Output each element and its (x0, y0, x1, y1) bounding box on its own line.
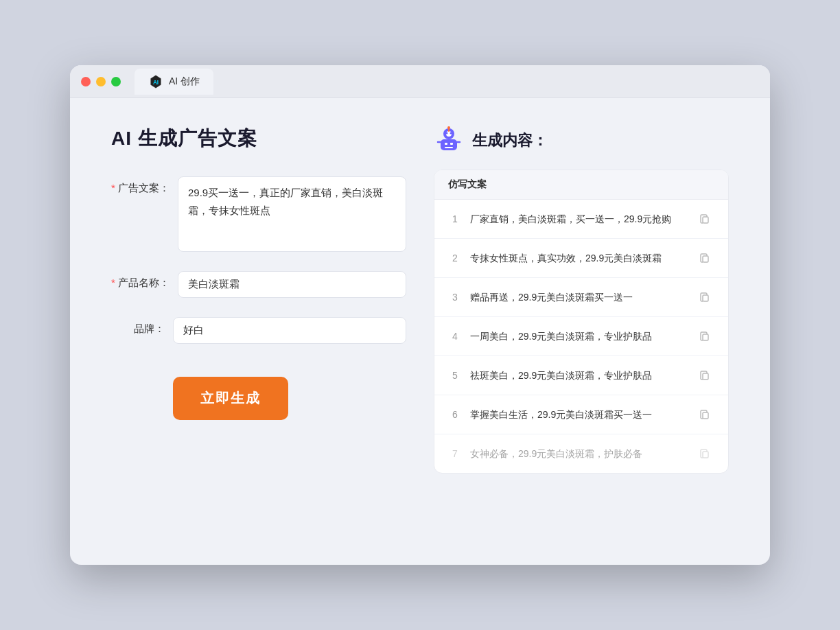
row-number: 4 (448, 331, 462, 342)
ai-tab[interactable]: AI AI 创作 (135, 69, 213, 95)
svg-rect-18 (703, 373, 708, 380)
product-name-input[interactable] (178, 271, 406, 298)
svg-rect-15 (703, 256, 708, 262)
svg-text:AI: AI (153, 79, 159, 85)
row-text: 专抹女性斑点，真实功效，29.9元美白淡斑霜 (470, 251, 687, 266)
copy-button[interactable] (695, 209, 714, 229)
result-title: 生成内容： (472, 130, 548, 151)
row-text: 祛斑美白，29.9元美白淡斑霜，专业护肤品 (470, 369, 687, 383)
table-row: 4一周美白，29.9元美白淡斑霜，专业护肤品 (434, 317, 728, 356)
svg-rect-9 (445, 147, 453, 148)
row-number: 5 (448, 370, 462, 381)
ad-copy-input[interactable] (178, 176, 406, 252)
traffic-lights (81, 77, 121, 86)
left-panel: AI 生成广告文案 广告文案： 产品名称： 品牌： 立即生成 (111, 126, 406, 537)
table-row: 6掌握美白生活，29.9元美白淡斑霜买一送一 (434, 395, 728, 434)
brand-group: 品牌： (111, 317, 406, 344)
result-table: 仿写文案 1厂家直销，美白淡斑霜，买一送一，29.9元抢购 2专抹女性斑点，真实… (434, 170, 729, 474)
row-number: 6 (448, 409, 462, 420)
copy-button[interactable] (695, 366, 714, 385)
row-number: 7 (448, 448, 462, 459)
brand-label: 品牌： (111, 317, 173, 336)
generate-button[interactable]: 立即生成 (173, 377, 288, 420)
close-button[interactable] (81, 77, 91, 86)
row-number: 2 (448, 253, 462, 264)
minimize-button[interactable] (96, 77, 106, 86)
row-number: 1 (448, 213, 462, 224)
robot-icon (434, 126, 464, 156)
row-number: 3 (448, 292, 462, 303)
row-text: 赠品再送，29.9元美白淡斑霜买一送一 (470, 290, 687, 305)
ad-copy-label: 广告文案： (111, 176, 178, 195)
copy-button[interactable] (695, 405, 714, 424)
table-header: 仿写文案 (434, 170, 728, 200)
copy-button[interactable] (695, 288, 714, 307)
svg-rect-17 (703, 334, 708, 340)
copy-button[interactable] (695, 327, 714, 346)
tab-label: AI 创作 (169, 75, 200, 88)
svg-point-4 (446, 132, 448, 135)
svg-point-5 (450, 132, 452, 135)
main-content: AI 生成广告文案 广告文案： 产品名称： 品牌： 立即生成 (70, 98, 770, 565)
product-name-label: 产品名称： (111, 271, 178, 290)
svg-rect-6 (441, 139, 457, 150)
svg-rect-7 (445, 143, 447, 145)
row-text: 女神必备，29.9元美白淡斑霜，护肤必备 (470, 447, 687, 461)
table-row: 2专抹女性斑点，真实功效，29.9元美白淡斑霜 (434, 239, 728, 278)
result-header: 生成内容： (434, 126, 729, 156)
table-row: 7女神必备，29.9元美白淡斑霜，护肤必备 (434, 434, 728, 473)
ai-tab-icon: AI (148, 74, 163, 89)
ad-copy-group: 广告文案： (111, 176, 406, 252)
copy-button[interactable] (695, 444, 714, 463)
table-row: 1厂家直销，美白淡斑霜，买一送一，29.9元抢购 (434, 200, 728, 239)
browser-titlebar: AI AI 创作 (70, 65, 770, 98)
brand-input[interactable] (173, 317, 406, 344)
row-text: 一周美白，29.9元美白淡斑霜，专业护肤品 (470, 329, 687, 344)
right-panel: 生成内容： 仿写文案 1厂家直销，美白淡斑霜，买一送一，29.9元抢购 2专抹女… (434, 126, 729, 537)
svg-point-13 (447, 126, 450, 129)
svg-rect-14 (703, 217, 708, 223)
svg-rect-19 (703, 412, 708, 419)
svg-rect-20 (703, 452, 708, 458)
row-text: 掌握美白生活，29.9元美白淡斑霜买一送一 (470, 408, 687, 422)
svg-rect-16 (703, 295, 708, 301)
copy-button[interactable] (695, 248, 714, 268)
product-name-group: 产品名称： (111, 271, 406, 298)
row-text: 厂家直销，美白淡斑霜，买一送一，29.9元抢购 (470, 212, 687, 226)
svg-rect-8 (450, 143, 453, 145)
table-row: 5祛斑美白，29.9元美白淡斑霜，专业护肤品 (434, 356, 728, 395)
table-row: 3赠品再送，29.9元美白淡斑霜买一送一 (434, 278, 728, 317)
result-rows-container: 1厂家直销，美白淡斑霜，买一送一，29.9元抢购 2专抹女性斑点，真实功效，29… (434, 200, 728, 473)
maximize-button[interactable] (111, 77, 121, 86)
browser-window: AI AI 创作 AI 生成广告文案 广告文案： 产品名称： 品牌： (70, 65, 770, 565)
page-title: AI 生成广告文案 (111, 126, 406, 152)
